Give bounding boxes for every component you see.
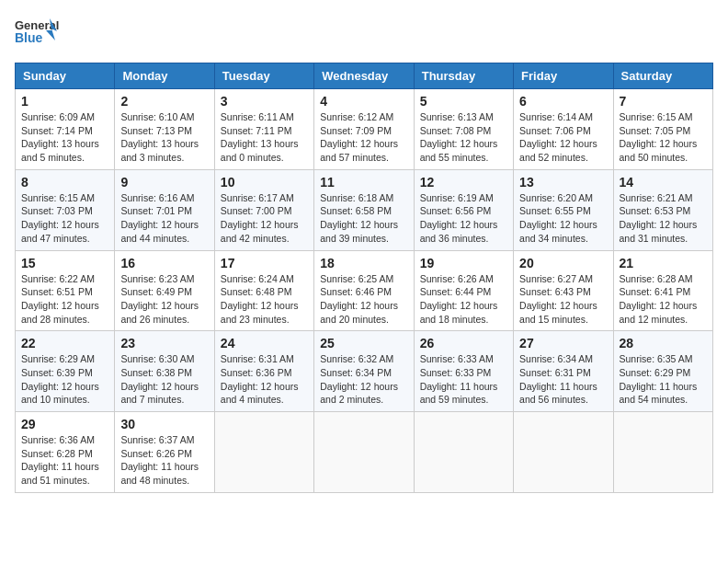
calendar-cell: 6Sunrise: 6:14 AM Sunset: 7:06 PM Daylig… <box>514 89 613 170</box>
day-number: 29 <box>21 417 108 431</box>
day-info: Sunrise: 6:20 AM Sunset: 6:55 PM Dayligh… <box>519 191 607 246</box>
calendar-cell: 20Sunrise: 6:27 AM Sunset: 6:43 PM Dayli… <box>514 250 613 331</box>
calendar-cell: 4Sunrise: 6:12 AM Sunset: 7:09 PM Daylig… <box>314 89 414 170</box>
day-info: Sunrise: 6:13 AM Sunset: 7:08 PM Dayligh… <box>420 110 507 165</box>
day-number: 13 <box>519 175 607 190</box>
calendar-cell: 12Sunrise: 6:19 AM Sunset: 6:56 PM Dayli… <box>414 169 513 250</box>
day-number: 26 <box>420 336 507 350</box>
calendar-cell: 16Sunrise: 6:23 AM Sunset: 6:49 PM Dayli… <box>115 250 214 331</box>
calendar-cell: 14Sunrise: 6:21 AM Sunset: 6:53 PM Dayli… <box>613 169 712 250</box>
day-number: 15 <box>21 256 108 270</box>
day-number: 27 <box>519 336 607 350</box>
calendar-cell: 19Sunrise: 6:26 AM Sunset: 6:44 PM Dayli… <box>414 250 513 331</box>
calendar-cell: 8Sunrise: 6:15 AM Sunset: 7:03 PM Daylig… <box>16 169 115 250</box>
day-info: Sunrise: 6:17 AM Sunset: 7:00 PM Dayligh… <box>221 191 308 246</box>
day-info: Sunrise: 6:35 AM Sunset: 6:29 PM Dayligh… <box>620 352 707 407</box>
calendar-cell <box>613 412 712 493</box>
calendar-cell <box>314 412 414 493</box>
day-info: Sunrise: 6:22 AM Sunset: 6:51 PM Dayligh… <box>21 272 108 327</box>
calendar-cell: 22Sunrise: 6:29 AM Sunset: 6:39 PM Dayli… <box>16 331 115 412</box>
day-info: Sunrise: 6:15 AM Sunset: 7:05 PM Dayligh… <box>620 110 707 165</box>
day-number: 20 <box>519 256 607 270</box>
calendar-table: SundayMondayTuesdayWednesdayThursdayFrid… <box>15 63 713 493</box>
calendar-header-monday: Monday <box>115 63 214 89</box>
calendar-header-sunday: Sunday <box>16 63 115 89</box>
logo-svg: GeneralBlue <box>15 15 61 55</box>
day-number: 10 <box>221 175 308 190</box>
day-number: 3 <box>221 94 308 109</box>
day-info: Sunrise: 6:14 AM Sunset: 7:06 PM Dayligh… <box>519 110 607 165</box>
day-number: 9 <box>120 175 208 190</box>
day-number: 22 <box>21 336 108 350</box>
calendar-cell: 21Sunrise: 6:28 AM Sunset: 6:41 PM Dayli… <box>613 250 712 331</box>
day-info: Sunrise: 6:26 AM Sunset: 6:44 PM Dayligh… <box>420 272 507 327</box>
calendar-cell: 10Sunrise: 6:17 AM Sunset: 7:00 PM Dayli… <box>214 169 313 250</box>
calendar-cell: 3Sunrise: 6:11 AM Sunset: 7:11 PM Daylig… <box>214 89 313 170</box>
day-info: Sunrise: 6:24 AM Sunset: 6:48 PM Dayligh… <box>221 272 308 327</box>
svg-text:Blue: Blue <box>15 30 43 45</box>
day-number: 21 <box>620 256 707 270</box>
calendar-cell <box>414 412 513 493</box>
calendar-header-thursday: Thursday <box>414 63 513 89</box>
calendar-cell <box>214 412 313 493</box>
day-number: 25 <box>320 336 407 350</box>
day-info: Sunrise: 6:19 AM Sunset: 6:56 PM Dayligh… <box>420 191 507 246</box>
calendar-cell: 30Sunrise: 6:37 AM Sunset: 6:26 PM Dayli… <box>115 412 214 493</box>
day-number: 2 <box>120 94 208 109</box>
day-number: 14 <box>620 175 707 190</box>
calendar-week-1: 1Sunrise: 6:09 AM Sunset: 7:14 PM Daylig… <box>16 89 713 170</box>
calendar-cell: 26Sunrise: 6:33 AM Sunset: 6:33 PM Dayli… <box>414 331 513 412</box>
calendar-cell: 27Sunrise: 6:34 AM Sunset: 6:31 PM Dayli… <box>514 331 613 412</box>
day-info: Sunrise: 6:16 AM Sunset: 7:01 PM Dayligh… <box>120 191 208 246</box>
day-number: 19 <box>420 256 507 270</box>
day-info: Sunrise: 6:11 AM Sunset: 7:11 PM Dayligh… <box>221 110 308 165</box>
day-info: Sunrise: 6:15 AM Sunset: 7:03 PM Dayligh… <box>21 191 108 246</box>
day-info: Sunrise: 6:34 AM Sunset: 6:31 PM Dayligh… <box>519 352 607 407</box>
day-number: 1 <box>21 94 108 109</box>
day-info: Sunrise: 6:33 AM Sunset: 6:33 PM Dayligh… <box>420 352 507 407</box>
calendar-cell: 17Sunrise: 6:24 AM Sunset: 6:48 PM Dayli… <box>214 250 313 331</box>
day-info: Sunrise: 6:32 AM Sunset: 6:34 PM Dayligh… <box>320 352 407 407</box>
calendar-cell: 5Sunrise: 6:13 AM Sunset: 7:08 PM Daylig… <box>414 89 513 170</box>
day-info: Sunrise: 6:28 AM Sunset: 6:41 PM Dayligh… <box>620 272 707 327</box>
day-number: 7 <box>620 94 707 109</box>
calendar-cell: 2Sunrise: 6:10 AM Sunset: 7:13 PM Daylig… <box>115 89 214 170</box>
day-number: 11 <box>320 175 407 190</box>
day-number: 5 <box>420 94 507 109</box>
day-number: 4 <box>320 94 407 109</box>
calendar-cell: 28Sunrise: 6:35 AM Sunset: 6:29 PM Dayli… <box>613 331 712 412</box>
calendar-week-3: 15Sunrise: 6:22 AM Sunset: 6:51 PM Dayli… <box>16 250 713 331</box>
calendar-body: 1Sunrise: 6:09 AM Sunset: 7:14 PM Daylig… <box>16 89 713 493</box>
day-info: Sunrise: 6:31 AM Sunset: 6:36 PM Dayligh… <box>221 352 308 407</box>
calendar-cell: 11Sunrise: 6:18 AM Sunset: 6:58 PM Dayli… <box>314 169 414 250</box>
calendar-header-row: SundayMondayTuesdayWednesdayThursdayFrid… <box>16 63 713 89</box>
day-info: Sunrise: 6:25 AM Sunset: 6:46 PM Dayligh… <box>320 272 407 327</box>
day-info: Sunrise: 6:29 AM Sunset: 6:39 PM Dayligh… <box>21 352 108 407</box>
calendar-header-tuesday: Tuesday <box>214 63 313 89</box>
day-number: 6 <box>519 94 607 109</box>
page-header: GeneralBlue <box>15 15 713 55</box>
calendar-cell: 23Sunrise: 6:30 AM Sunset: 6:38 PM Dayli… <box>115 331 214 412</box>
day-number: 23 <box>120 336 208 350</box>
day-number: 8 <box>21 175 108 190</box>
day-number: 24 <box>221 336 308 350</box>
day-info: Sunrise: 6:37 AM Sunset: 6:26 PM Dayligh… <box>120 433 208 488</box>
calendar-header-saturday: Saturday <box>613 63 712 89</box>
calendar-cell: 9Sunrise: 6:16 AM Sunset: 7:01 PM Daylig… <box>115 169 214 250</box>
day-info: Sunrise: 6:27 AM Sunset: 6:43 PM Dayligh… <box>519 272 607 327</box>
day-info: Sunrise: 6:12 AM Sunset: 7:09 PM Dayligh… <box>320 110 407 165</box>
day-number: 28 <box>620 336 707 350</box>
day-info: Sunrise: 6:18 AM Sunset: 6:58 PM Dayligh… <box>320 191 407 246</box>
day-number: 30 <box>120 417 208 431</box>
calendar-week-2: 8Sunrise: 6:15 AM Sunset: 7:03 PM Daylig… <box>16 169 713 250</box>
calendar-cell: 18Sunrise: 6:25 AM Sunset: 6:46 PM Dayli… <box>314 250 414 331</box>
day-info: Sunrise: 6:30 AM Sunset: 6:38 PM Dayligh… <box>120 352 208 407</box>
day-number: 17 <box>221 256 308 270</box>
calendar-cell <box>514 412 613 493</box>
calendar-header-friday: Friday <box>514 63 613 89</box>
day-info: Sunrise: 6:09 AM Sunset: 7:14 PM Dayligh… <box>21 110 108 165</box>
calendar-cell: 7Sunrise: 6:15 AM Sunset: 7:05 PM Daylig… <box>613 89 712 170</box>
day-number: 16 <box>120 256 208 270</box>
calendar-week-5: 29Sunrise: 6:36 AM Sunset: 6:28 PM Dayli… <box>16 412 713 493</box>
day-info: Sunrise: 6:36 AM Sunset: 6:28 PM Dayligh… <box>21 433 108 488</box>
